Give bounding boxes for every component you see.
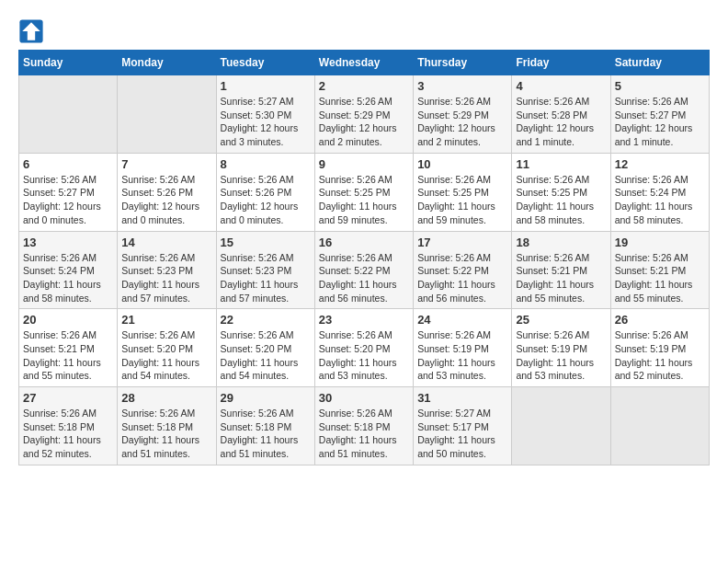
calendar-cell: 22Sunrise: 5:26 AM Sunset: 5:20 PM Dayli… — [216, 309, 314, 387]
day-number: 19 — [615, 236, 705, 249]
calendar-cell: 28Sunrise: 5:26 AM Sunset: 5:18 PM Dayli… — [118, 387, 216, 465]
calendar-cell: 8Sunrise: 5:26 AM Sunset: 5:26 PM Daylig… — [216, 153, 314, 231]
day-info: Sunrise: 5:26 AM Sunset: 5:22 PM Dayligh… — [417, 251, 507, 305]
day-number: 25 — [516, 313, 606, 327]
day-info: Sunrise: 5:26 AM Sunset: 5:23 PM Dayligh… — [121, 251, 211, 305]
day-number: 9 — [319, 157, 409, 171]
calendar-cell: 29Sunrise: 5:26 AM Sunset: 5:18 PM Dayli… — [216, 387, 314, 465]
col-header-tuesday: Tuesday — [216, 51, 314, 75]
calendar-cell: 17Sunrise: 5:26 AM Sunset: 5:22 PM Dayli… — [414, 231, 512, 309]
day-number: 8 — [221, 157, 311, 171]
day-info: Sunrise: 5:26 AM Sunset: 5:20 PM Dayligh… — [319, 328, 409, 383]
calendar-cell: 4Sunrise: 5:26 AM Sunset: 5:28 PM Daylig… — [512, 75, 610, 154]
calendar-cell: 2Sunrise: 5:26 AM Sunset: 5:29 PM Daylig… — [314, 75, 413, 154]
calendar-cell: 1Sunrise: 5:27 AM Sunset: 5:30 PM Daylig… — [216, 75, 314, 154]
week-row-2: 6Sunrise: 5:26 AM Sunset: 5:27 PM Daylig… — [19, 153, 710, 231]
day-number: 26 — [615, 313, 705, 327]
calendar-cell: 10Sunrise: 5:26 AM Sunset: 5:25 PM Dayli… — [414, 153, 512, 231]
col-header-monday: Monday — [118, 51, 216, 75]
day-number: 12 — [615, 157, 705, 171]
day-number: 21 — [121, 313, 211, 327]
day-number: 7 — [121, 157, 211, 171]
day-number: 1 — [221, 79, 311, 93]
calendar-cell: 9Sunrise: 5:26 AM Sunset: 5:25 PM Daylig… — [314, 153, 413, 231]
calendar-cell: 7Sunrise: 5:26 AM Sunset: 5:26 PM Daylig… — [118, 153, 216, 231]
calendar-cell — [19, 75, 118, 154]
week-row-4: 20Sunrise: 5:26 AM Sunset: 5:21 PM Dayli… — [19, 309, 710, 387]
day-info: Sunrise: 5:26 AM Sunset: 5:28 PM Dayligh… — [516, 95, 606, 149]
day-info: Sunrise: 5:26 AM Sunset: 5:21 PM Dayligh… — [516, 251, 606, 305]
calendar-table: SundayMondayTuesdayWednesdayThursdayFrid… — [18, 50, 710, 465]
day-number: 6 — [23, 157, 113, 171]
day-info: Sunrise: 5:26 AM Sunset: 5:24 PM Dayligh… — [615, 173, 705, 227]
day-info: Sunrise: 5:26 AM Sunset: 5:29 PM Dayligh… — [417, 95, 507, 149]
calendar-cell: 5Sunrise: 5:26 AM Sunset: 5:27 PM Daylig… — [610, 75, 709, 154]
calendar-cell: 24Sunrise: 5:26 AM Sunset: 5:19 PM Dayli… — [414, 309, 512, 387]
day-info: Sunrise: 5:26 AM Sunset: 5:26 PM Dayligh… — [121, 173, 211, 227]
day-info: Sunrise: 5:26 AM Sunset: 5:21 PM Dayligh… — [615, 251, 705, 305]
calendar-cell: 25Sunrise: 5:26 AM Sunset: 5:19 PM Dayli… — [512, 309, 610, 387]
day-number: 28 — [121, 391, 211, 405]
day-info: Sunrise: 5:26 AM Sunset: 5:24 PM Dayligh… — [23, 251, 113, 305]
page-header — [18, 18, 710, 44]
day-info: Sunrise: 5:26 AM Sunset: 5:25 PM Dayligh… — [319, 173, 409, 227]
day-info: Sunrise: 5:26 AM Sunset: 5:29 PM Dayligh… — [319, 95, 409, 149]
day-number: 20 — [23, 313, 113, 327]
calendar-cell: 21Sunrise: 5:26 AM Sunset: 5:20 PM Dayli… — [118, 309, 216, 387]
logo-icon — [18, 18, 44, 44]
calendar-cell: 13Sunrise: 5:26 AM Sunset: 5:24 PM Dayli… — [19, 231, 118, 309]
calendar-cell: 27Sunrise: 5:26 AM Sunset: 5:18 PM Dayli… — [19, 387, 118, 465]
col-header-wednesday: Wednesday — [314, 51, 413, 75]
day-info: Sunrise: 5:26 AM Sunset: 5:21 PM Dayligh… — [23, 328, 113, 383]
day-number: 29 — [221, 391, 311, 405]
day-info: Sunrise: 5:26 AM Sunset: 5:19 PM Dayligh… — [615, 328, 705, 383]
calendar-cell — [512, 387, 610, 465]
calendar-cell: 11Sunrise: 5:26 AM Sunset: 5:25 PM Dayli… — [512, 153, 610, 231]
day-info: Sunrise: 5:27 AM Sunset: 5:17 PM Dayligh… — [417, 407, 507, 461]
day-info: Sunrise: 5:26 AM Sunset: 5:22 PM Dayligh… — [319, 251, 409, 305]
calendar-cell: 26Sunrise: 5:26 AM Sunset: 5:19 PM Dayli… — [610, 309, 709, 387]
day-number: 17 — [417, 236, 507, 249]
day-number: 4 — [516, 79, 606, 93]
day-info: Sunrise: 5:26 AM Sunset: 5:23 PM Dayligh… — [221, 251, 311, 305]
day-info: Sunrise: 5:26 AM Sunset: 5:27 PM Dayligh… — [23, 173, 113, 227]
week-row-1: 1Sunrise: 5:27 AM Sunset: 5:30 PM Daylig… — [19, 75, 710, 154]
calendar-cell — [118, 75, 216, 154]
day-number: 24 — [417, 313, 507, 327]
day-number: 2 — [319, 79, 409, 93]
day-info: Sunrise: 5:26 AM Sunset: 5:19 PM Dayligh… — [516, 328, 606, 383]
day-number: 31 — [417, 391, 507, 405]
day-number: 22 — [221, 313, 311, 327]
day-info: Sunrise: 5:26 AM Sunset: 5:19 PM Dayligh… — [417, 328, 507, 383]
day-info: Sunrise: 5:26 AM Sunset: 5:20 PM Dayligh… — [121, 328, 211, 383]
calendar-cell: 31Sunrise: 5:27 AM Sunset: 5:17 PM Dayli… — [414, 387, 512, 465]
day-info: Sunrise: 5:26 AM Sunset: 5:25 PM Dayligh… — [417, 173, 507, 227]
calendar-cell: 12Sunrise: 5:26 AM Sunset: 5:24 PM Dayli… — [610, 153, 709, 231]
col-header-saturday: Saturday — [610, 51, 709, 75]
calendar-cell: 23Sunrise: 5:26 AM Sunset: 5:20 PM Dayli… — [314, 309, 413, 387]
calendar-cell: 16Sunrise: 5:26 AM Sunset: 5:22 PM Dayli… — [314, 231, 413, 309]
calendar-cell: 14Sunrise: 5:26 AM Sunset: 5:23 PM Dayli… — [118, 231, 216, 309]
col-header-sunday: Sunday — [19, 51, 118, 75]
calendar-cell: 18Sunrise: 5:26 AM Sunset: 5:21 PM Dayli… — [512, 231, 610, 309]
calendar-cell: 20Sunrise: 5:26 AM Sunset: 5:21 PM Dayli… — [19, 309, 118, 387]
day-number: 10 — [417, 157, 507, 171]
day-info: Sunrise: 5:26 AM Sunset: 5:18 PM Dayligh… — [221, 407, 311, 461]
day-number: 16 — [319, 236, 409, 249]
day-info: Sunrise: 5:26 AM Sunset: 5:18 PM Dayligh… — [319, 407, 409, 461]
calendar-cell: 3Sunrise: 5:26 AM Sunset: 5:29 PM Daylig… — [414, 75, 512, 154]
day-number: 15 — [221, 236, 311, 249]
day-info: Sunrise: 5:26 AM Sunset: 5:25 PM Dayligh… — [516, 173, 606, 227]
day-info: Sunrise: 5:26 AM Sunset: 5:27 PM Dayligh… — [615, 95, 705, 149]
calendar-cell: 30Sunrise: 5:26 AM Sunset: 5:18 PM Dayli… — [314, 387, 413, 465]
day-number: 5 — [615, 79, 705, 93]
calendar-cell: 6Sunrise: 5:26 AM Sunset: 5:27 PM Daylig… — [19, 153, 118, 231]
day-number: 14 — [121, 236, 211, 249]
day-info: Sunrise: 5:27 AM Sunset: 5:30 PM Dayligh… — [221, 95, 311, 149]
day-info: Sunrise: 5:26 AM Sunset: 5:26 PM Dayligh… — [221, 173, 311, 227]
calendar-cell: 15Sunrise: 5:26 AM Sunset: 5:23 PM Dayli… — [216, 231, 314, 309]
day-number: 13 — [23, 236, 113, 249]
week-row-3: 13Sunrise: 5:26 AM Sunset: 5:24 PM Dayli… — [19, 231, 710, 309]
day-info: Sunrise: 5:26 AM Sunset: 5:18 PM Dayligh… — [23, 407, 113, 461]
col-header-friday: Friday — [512, 51, 610, 75]
